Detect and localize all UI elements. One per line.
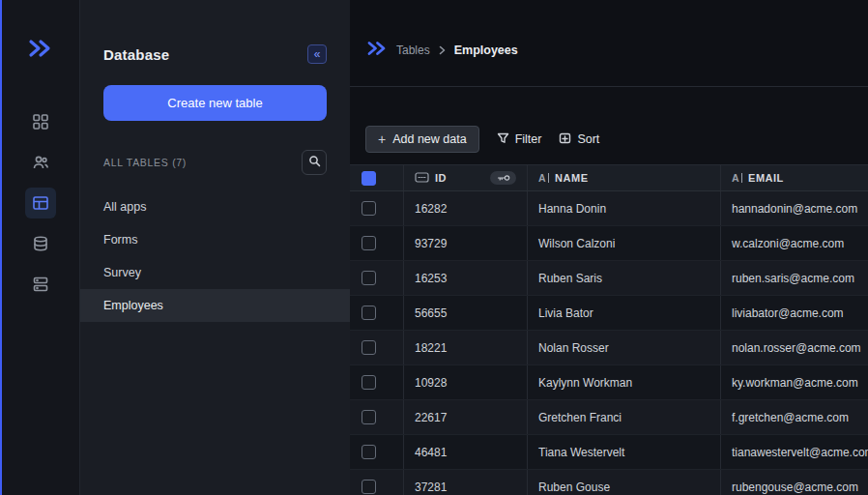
cell-id[interactable]: 16282 [404,191,528,225]
create-new-table-button[interactable]: Create new table [103,85,327,121]
column-header-id[interactable]: ID [404,165,528,190]
column-label-email: EMAIL [748,172,784,184]
cell-name[interactable]: Ruben Gouse [528,470,721,495]
cell-email[interactable]: ruben.saris@acme.com [721,261,868,295]
main-content: Tables Employees + Add new data Filter [350,0,868,495]
cell-email[interactable]: f.gretchen@acme.com [721,400,868,434]
users-icon[interactable] [25,147,56,178]
cell-name[interactable]: Tiana Westervelt [528,435,721,469]
table-row[interactable]: 10928 Kaylynn Workman ky.workman@acme.co… [350,365,868,400]
add-new-data-button[interactable]: + Add new data [365,126,479,153]
cell-name[interactable]: Gretchen Franci [528,400,721,434]
cell-name[interactable]: Kaylynn Workman [528,365,721,399]
row-checkbox[interactable] [362,410,376,424]
data-table: ID A NAME A EMAIL [350,164,868,495]
id-value: 22617 [415,411,447,424]
collapse-sidebar-button[interactable]: « [307,44,327,64]
cell-id[interactable]: 93729 [404,226,528,260]
text-field-type-icon: A [538,172,549,184]
id-value: 16282 [415,202,447,216]
row-checkbox[interactable] [362,480,376,494]
email-value: ky.workman@acme.com [732,376,858,390]
row-checkbox[interactable] [362,340,376,355]
cell-email[interactable]: tianawestervelt@acme.com [721,435,868,469]
cell-email[interactable]: hannadonin@acme.com [721,191,868,225]
cell-id[interactable]: 10928 [404,365,528,399]
cell-email[interactable]: liviabator@acme.com [721,296,868,330]
sidebar-table-item[interactable]: Employees [80,289,350,322]
layers-icon[interactable] [25,228,56,259]
email-value: f.gretchen@acme.com [732,411,849,424]
column-header-email[interactable]: A EMAIL [721,165,868,190]
row-checkbox[interactable] [362,375,376,390]
app-window: Database « Create new table ALL TABLES (… [0,0,868,495]
sidebar-table-item[interactable]: All apps [80,190,350,223]
cell-id[interactable]: 37281 [404,470,528,495]
primary-key-badge [490,171,516,185]
cell-email[interactable]: nolan.rosser@acme.com [721,331,868,364]
table-row[interactable]: 22617 Gretchen Franci f.gretchen@acme.co… [350,400,868,435]
sort-button[interactable]: Sort [559,126,599,153]
id-value: 37281 [415,480,447,494]
cell-id[interactable]: 18221 [404,331,528,364]
id-value: 46481 [415,446,447,459]
sidebar-table-item[interactable]: Forms [80,223,350,256]
cell-id[interactable]: 56655 [404,296,528,330]
column-header-name[interactable]: A NAME [528,165,721,190]
sidebar: Database « Create new table ALL TABLES (… [80,0,350,495]
dashboard-icon[interactable] [25,106,56,137]
row-checkbox[interactable] [362,271,376,285]
id-value: 56655 [415,306,447,320]
sidebar-table-item-label: Survey [103,266,141,279]
table-row[interactable]: 18221 Nolan Rosser nolan.rosser@acme.com [350,331,868,365]
breadcrumb: Tables Employees [367,41,518,60]
email-value: hannadonin@acme.com [732,202,857,216]
name-value: Hanna Donin [538,202,606,216]
database-icon[interactable] [25,269,56,300]
sidebar-table-item-label: Forms [103,233,137,247]
plus-icon: + [378,132,386,146]
table-row[interactable]: 16282 Hanna Donin hannadonin@acme.com [350,191,868,226]
cell-name[interactable]: Wilson Calzoni [528,226,721,260]
search-tables-button[interactable] [302,150,327,175]
name-value: Tiana Westervelt [538,446,624,459]
table-row[interactable]: 16253 Ruben Saris ruben.saris@acme.com [350,261,868,296]
row-checkbox[interactable] [362,201,376,216]
table-row[interactable]: 46481 Tiana Westervelt tianawestervelt@a… [350,435,868,470]
sidebar-table-item-label: All apps [103,200,146,214]
sidebar-table-item[interactable]: Survey [80,256,350,289]
email-value: ruben.saris@acme.com [732,272,854,285]
cell-id[interactable]: 16253 [404,261,528,295]
row-checkbox[interactable] [362,236,376,250]
cell-email[interactable]: rubengouse@acme.com [721,470,868,495]
add-new-data-label: Add new data [392,132,466,146]
breadcrumb-tables-link[interactable]: Tables [396,44,430,57]
table-row[interactable]: 93729 Wilson Calzoni w.calzoni@acme.com [350,226,868,261]
cell-id[interactable]: 22617 [404,400,528,434]
name-value: Nolan Rosser [538,341,609,355]
cell-name[interactable]: Nolan Rosser [528,331,721,364]
select-all-checkbox[interactable] [362,171,376,186]
table-icon[interactable] [25,188,56,218]
cell-email[interactable]: w.calzoni@acme.com [721,226,868,260]
row-checkbox[interactable] [362,445,376,459]
filter-icon [497,132,509,147]
name-value: Kaylynn Workman [538,376,632,390]
table-row[interactable]: 37281 Ruben Gouse rubengouse@acme.com [350,470,868,495]
name-value: Livia Bator [538,306,593,320]
cell-name[interactable]: Hanna Donin [528,191,721,225]
filter-button[interactable]: Filter [497,126,542,153]
cell-id[interactable]: 46481 [404,435,528,469]
cell-name[interactable]: Livia Bator [528,296,721,330]
cell-name[interactable]: Ruben Saris [528,261,721,295]
column-label-id: ID [435,172,447,184]
id-field-type-icon [415,172,429,185]
search-icon [308,155,321,170]
table-row[interactable]: 56655 Livia Bator liviabator@acme.com [350,296,868,331]
breadcrumb-current-page: Employees [454,44,518,57]
filter-label: Filter [515,132,542,146]
name-value: Wilson Calzoni [538,237,615,250]
row-checkbox[interactable] [362,306,376,320]
chevron-right-icon [438,42,447,59]
cell-email[interactable]: ky.workman@acme.com [721,365,868,399]
